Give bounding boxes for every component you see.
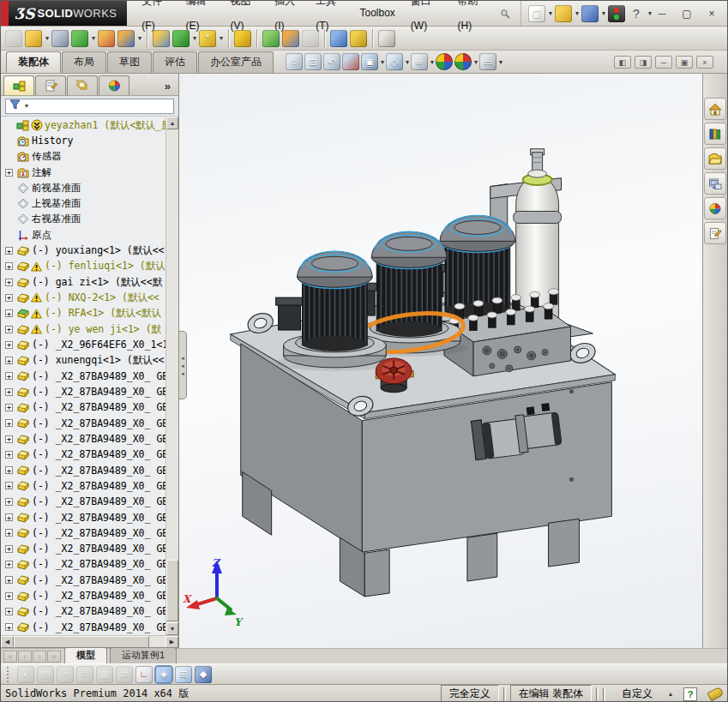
expand-icon[interactable]: + (5, 435, 13, 443)
expand-icon[interactable]: + (5, 294, 13, 302)
pane-collapse-left-icon[interactable]: ◧ (614, 56, 631, 69)
expand-icon[interactable]: + (5, 388, 13, 396)
propertymanager-tab[interactable] (35, 75, 66, 95)
custom-properties-icon[interactable] (704, 222, 726, 244)
tree-item[interactable]: History (3, 133, 165, 148)
doc-restore-icon[interactable]: ▣ (676, 56, 693, 69)
status-help-icon[interactable]: ? (683, 687, 697, 701)
doc-close-icon[interactable]: × (696, 56, 713, 69)
bottom-tab-1[interactable]: 运动算例1 (110, 647, 177, 663)
tree-filter-input[interactable]: ▾ (5, 99, 174, 114)
new-motion-study-icon[interactable] (234, 30, 251, 47)
display-style-icon-dropdown[interactable]: ▾ (406, 58, 409, 66)
tree-item[interactable]: +(-) _X2_87BA9489_X0_ GB (3, 369, 165, 384)
expand-icon[interactable]: + (5, 419, 13, 427)
apply-scene-icon[interactable] (454, 53, 472, 70)
minimize-button[interactable]: ─ (652, 6, 672, 21)
assembly-features-icon[interactable] (172, 30, 190, 47)
tab-1[interactable]: 布局 (62, 51, 106, 73)
tree-item[interactable]: +(-) _X2_87BA9489_X0_ GB (3, 463, 165, 478)
save-icon-dropdown[interactable]: ▾ (602, 9, 605, 17)
tab-3[interactable]: 评估 (153, 51, 197, 73)
file-explorer-icon[interactable] (704, 147, 726, 170)
edit-appearance-icon[interactable] (436, 53, 453, 70)
expand-icon[interactable]: + (5, 279, 13, 286)
save-table-icon[interactable]: ◆ (195, 666, 212, 683)
tree-horizontal-scrollbar[interactable]: ◀ ▶ (1, 635, 178, 648)
view-settings-icon-dropdown[interactable]: ▾ (499, 58, 502, 66)
tree-item[interactable]: +(-) _X2_87BA9489_X0_ GB (3, 494, 165, 509)
help-icon[interactable]: ? (628, 5, 645, 22)
coordinate-axes-icon[interactable]: ∟ (135, 666, 153, 683)
scroll-down-icon[interactable]: ▼ (166, 622, 178, 635)
tab-4[interactable]: 办公室产品 (198, 51, 274, 73)
expand-icon[interactable]: + (5, 372, 13, 380)
panel-splitter-handle[interactable]: ◂◂◂ (179, 331, 187, 399)
tree-item[interactable]: +(-) NXQ-2<1> (默认<< (3, 290, 165, 305)
tree-item[interactable]: +(-) _X2_87BA9489_X0_ GB (3, 603, 165, 619)
tree-item[interactable]: +(-) RFA<1> (默认<默认 (3, 306, 165, 321)
move-component-icon[interactable] (117, 30, 135, 47)
menu-item-6[interactable]: 窗口(W) (403, 0, 450, 39)
expand-icon[interactable]: + (5, 545, 13, 553)
tree-item[interactable]: +(-) _X2_87BA9489_X0_ GB (3, 541, 165, 556)
linear-component-pattern-icon-dropdown[interactable]: ▾ (92, 34, 95, 42)
doc-minimize-icon[interactable]: ─ (655, 56, 672, 69)
expand-icon[interactable]: + (5, 341, 13, 349)
expand-icon[interactable]: + (5, 529, 13, 537)
view-orientation-icon-dropdown[interactable]: ▾ (381, 58, 384, 66)
save-icon[interactable] (581, 5, 599, 22)
tree-item[interactable]: +(-) xunengqi<1> (默认<< (3, 352, 165, 368)
tree-item[interactable]: +(-) _X2_87BA9489_X0_ GB (3, 525, 165, 541)
traffic-light-icon[interactable] (608, 5, 625, 22)
open-part-icon[interactable] (25, 30, 42, 47)
expand-icon[interactable]: + (5, 169, 13, 177)
tree-item[interactable]: +(-) ye wen ji<1> (默 (3, 321, 165, 337)
new-document-icon[interactable]: ▢ (528, 5, 545, 22)
menu-item-5[interactable]: Toolbox (352, 1, 402, 26)
reference-geometry-icon[interactable]: * (199, 30, 216, 47)
expand-icon[interactable]: + (5, 482, 13, 489)
tab-2[interactable]: 草图 (107, 51, 152, 73)
tree-item[interactable]: +(-) gai zi<1> (默认<<默 (3, 274, 165, 290)
horizontal-scroll-thumb[interactable] (14, 636, 149, 648)
tree-item[interactable]: +(-) _X2_87BA9489_X0_ GB (3, 399, 165, 415)
tree-item[interactable]: +(-) _X2_87BA9489_X0_ GB (3, 431, 165, 447)
view-palette-icon[interactable] (704, 172, 726, 195)
model-canvas[interactable] (179, 74, 702, 648)
expand-icon[interactable]: + (5, 357, 13, 364)
restore-button[interactable]: ▢ (677, 6, 697, 21)
expand-icon[interactable]: + (5, 608, 13, 615)
show-hidden-components-icon[interactable] (153, 30, 170, 47)
graphics-area[interactable]: Z X Y ◂◂◂ (179, 74, 702, 648)
instant3d-icon[interactable] (330, 30, 347, 47)
expand-icon[interactable]: + (5, 404, 13, 411)
pane-collapse-right-icon[interactable]: ◨ (635, 56, 652, 69)
tab-0[interactable]: 装配体 (6, 51, 61, 73)
scroll-left-icon[interactable]: ◀ (1, 636, 14, 648)
hide-show-items-icon[interactable]: ∞ (411, 53, 428, 70)
expand-icon[interactable]: + (5, 326, 13, 333)
status-custom-arrow[interactable]: ▴ (669, 690, 672, 698)
close-button[interactable]: × (701, 6, 722, 21)
tree-item[interactable]: +(-) _X2_87BA9489_X0_ GB (3, 573, 165, 588)
vertical-scroll-thumb[interactable] (166, 560, 178, 621)
displaymanager-tab[interactable] (99, 75, 129, 95)
expand-icon[interactable]: + (5, 576, 13, 584)
tree-item[interactable]: +(-) _X2_87BA9489_X0_ GB (3, 416, 165, 431)
tree-item[interactable]: +A注解 (3, 165, 165, 180)
tree-item[interactable]: 传感器 (3, 149, 165, 165)
tree-item[interactable]: +(-) _X2_87BA9489_X0_ GB (3, 447, 165, 462)
open-document-icon[interactable] (555, 5, 572, 22)
tree-item[interactable]: +(-) _X2_87BA9489_X0_ GB (3, 588, 165, 603)
tree-item[interactable]: 上视基准面 (3, 195, 165, 211)
tree-item[interactable]: +(-) _X2_87BA9489_X0_ GB (3, 478, 165, 494)
snapshot-icon[interactable] (378, 30, 395, 47)
move-component-icon-dropdown[interactable]: ▾ (138, 34, 141, 42)
update-speedpak-icon[interactable] (350, 30, 367, 47)
open-document-icon-dropdown[interactable]: ▾ (575, 9, 579, 17)
filter-dropdown-arrow[interactable]: ▾ (25, 102, 28, 110)
display-style-icon[interactable]: ◇ (386, 53, 403, 70)
panel-expand-button[interactable]: » (157, 80, 178, 95)
tree-item[interactable]: 原点 (3, 227, 165, 243)
